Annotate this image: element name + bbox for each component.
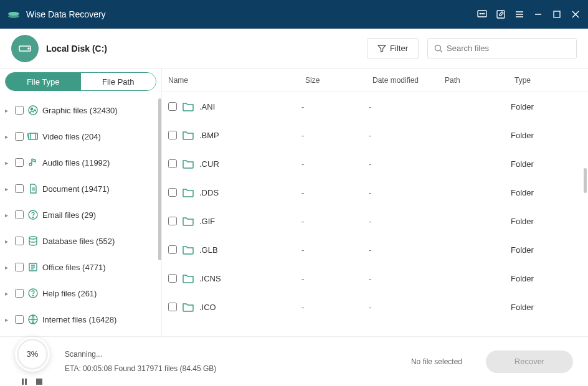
content-scrollbar[interactable] [584, 168, 587, 193]
office-icon [27, 261, 39, 273]
category-checkbox[interactable] [15, 263, 24, 271]
folder-icon [182, 273, 194, 284]
minimize-icon[interactable] [533, 9, 543, 19]
category-checkbox[interactable] [15, 132, 24, 141]
svg-line-17 [440, 50, 442, 52]
filter-button[interactable]: Filter [367, 38, 419, 59]
col-path[interactable]: Path [445, 76, 514, 85]
row-checkbox[interactable] [168, 245, 177, 254]
file-rows[interactable]: .ANI - - Folder .BMP - - Folder .CUR - -… [162, 92, 588, 336]
internet-icon [27, 314, 39, 325]
file-row[interactable]: .ICNS - - Folder [162, 264, 588, 293]
chevron-right-icon: ▸ [5, 290, 11, 297]
svg-point-29 [32, 217, 33, 217]
toggle-file-type[interactable]: File Type [6, 73, 81, 90]
app-logo-icon [7, 10, 20, 19]
row-date: - [369, 188, 441, 197]
category-item[interactable]: ▸ Help files (261) [0, 280, 161, 306]
row-checkbox[interactable] [168, 217, 177, 225]
filter-icon [377, 44, 386, 53]
search-input[interactable] [447, 44, 570, 53]
file-list: Name Size Date modified Path Type .ANI -… [162, 68, 588, 336]
category-item[interactable]: ▸ Email files (29) [0, 202, 161, 228]
chevron-right-icon: ▸ [5, 316, 11, 323]
category-item[interactable]: ▸ Video files (204) [0, 123, 161, 149]
file-row[interactable]: .GLB - - Folder [162, 235, 588, 264]
svg-point-1 [8, 12, 19, 16]
maximize-icon[interactable] [552, 9, 562, 19]
category-checkbox[interactable] [15, 184, 24, 193]
file-row[interactable]: .DDS - - Folder [162, 178, 588, 207]
row-checkbox[interactable] [168, 303, 177, 311]
row-name: .GIF [199, 217, 215, 226]
row-checkbox[interactable] [168, 131, 177, 139]
category-item[interactable]: ▸ Document (19471) [0, 176, 161, 202]
row-size: - [301, 188, 369, 197]
stop-icon[interactable] [36, 378, 44, 387]
chevron-right-icon: ▸ [5, 238, 11, 245]
pause-icon[interactable] [21, 378, 29, 387]
progress-controls: 3% [15, 337, 50, 387]
toggle-file-path[interactable]: File Path [81, 73, 156, 90]
category-item[interactable]: ▸ Graphic files (32430) [0, 97, 161, 123]
row-checkbox[interactable] [168, 188, 177, 197]
audio-icon [27, 157, 39, 168]
row-name: .CUR [199, 159, 219, 169]
folder-icon [182, 187, 194, 198]
app-title: Wise Data Recovery [26, 9, 477, 19]
category-item[interactable]: ▸ Database files (552) [0, 228, 161, 254]
search-box[interactable] [427, 38, 577, 59]
file-row[interactable]: .ICO - - Folder [162, 293, 588, 321]
folder-icon [182, 129, 194, 141]
folder-icon [182, 244, 194, 255]
main: File Type File Path ▸ Graphic files (324… [0, 68, 588, 336]
category-label: Video files (204) [42, 132, 101, 141]
row-type: Folder [511, 131, 588, 140]
row-type: Folder [511, 303, 588, 312]
file-row[interactable]: .ANI - - Folder [162, 92, 588, 121]
category-checkbox[interactable] [15, 315, 24, 324]
database-icon [27, 235, 39, 247]
row-checkbox[interactable] [168, 274, 177, 283]
col-date[interactable]: Date modified [372, 76, 445, 85]
category-item[interactable]: ▸ Audio files (11992) [0, 149, 161, 176]
recover-button[interactable]: Recover [486, 351, 573, 373]
col-size[interactable]: Size [305, 76, 372, 85]
row-checkbox[interactable] [168, 102, 177, 111]
menu-icon[interactable] [514, 9, 524, 19]
category-checkbox[interactable] [15, 237, 24, 245]
row-size: - [301, 102, 369, 111]
eta-label: ETA: 00:05:08 Found 317971 files (84.45 … [65, 362, 216, 376]
row-date: - [369, 245, 441, 255]
close-icon[interactable] [571, 9, 581, 19]
col-type[interactable]: Type [514, 76, 588, 85]
file-row[interactable]: .GIF - - Folder [162, 207, 588, 235]
category-checkbox[interactable] [15, 106, 24, 115]
svg-point-33 [32, 295, 33, 296]
category-checkbox[interactable] [15, 210, 24, 219]
row-date: - [369, 274, 441, 283]
file-row[interactable]: .BMP - - Folder [162, 121, 588, 149]
row-type: Folder [511, 102, 588, 111]
col-name[interactable]: Name [162, 76, 305, 85]
drive-label: Local Disk (C:) [46, 44, 107, 54]
category-checkbox[interactable] [15, 158, 24, 167]
video-icon [27, 131, 39, 142]
drive-selector[interactable]: Local Disk (C:) [11, 35, 107, 62]
row-checkbox[interactable] [168, 159, 177, 168]
row-size: - [301, 303, 369, 312]
category-label: Office files (4771) [42, 263, 106, 272]
svg-point-3 [480, 13, 480, 14]
category-tree[interactable]: ▸ Graphic files (32430)▸ Video files (20… [0, 97, 161, 336]
sidebar-scrollbar[interactable] [158, 98, 161, 260]
folder-icon [182, 301, 194, 313]
file-row[interactable]: .CUR - - Folder [162, 149, 588, 178]
category-checkbox[interactable] [15, 289, 24, 298]
feedback-icon[interactable] [477, 9, 487, 19]
document-icon [27, 183, 39, 194]
category-label: Database files (552) [42, 237, 115, 246]
edit-icon[interactable] [496, 9, 506, 19]
category-item[interactable]: ▸ Internet files (16428) [0, 306, 161, 332]
category-item[interactable]: ▸ Office files (4771) [0, 254, 161, 280]
row-size: - [301, 245, 369, 255]
